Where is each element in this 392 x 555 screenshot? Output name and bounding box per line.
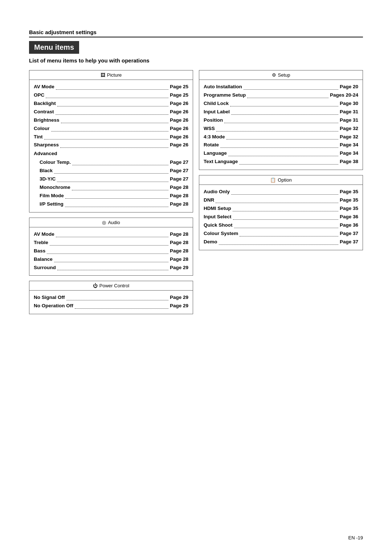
section-title-bar: Basic adjustment settings: [29, 29, 363, 37]
item-name: Demo: [204, 238, 217, 246]
item-name: Advanced: [34, 150, 57, 158]
dots: [230, 100, 338, 106]
item-page: Page 27: [170, 175, 188, 183]
list-item: OPCPage 25: [29, 91, 193, 100]
setup-icon: ⚙: [272, 72, 276, 78]
dots: [231, 188, 338, 195]
dots: [65, 192, 168, 199]
item-page: Page 36: [340, 213, 358, 221]
list-item: PositionPage 31: [199, 116, 363, 125]
item-page: Page 34: [340, 150, 358, 157]
power-icon: ⏻: [93, 283, 98, 288]
setup-box-header: ⚙ Setup: [199, 70, 363, 80]
option-rows: Audio OnlyPage 35DNRPage 35HDMI SetupPag…: [199, 188, 363, 246]
item-name: Colour Temp.: [40, 159, 71, 166]
dots: [50, 239, 168, 246]
item-name: OPC: [34, 92, 44, 99]
list-item: BalancePage 28: [29, 255, 193, 264]
menu-items-header: Menu items: [29, 41, 79, 54]
item-name: No Signal Off: [34, 294, 65, 301]
item-page: Page 36: [340, 222, 358, 229]
item-name: Colour: [34, 125, 50, 133]
item-name: Colour System: [204, 230, 238, 238]
item-page: Page 28: [170, 256, 188, 263]
item-page: Page 27: [170, 159, 188, 166]
dots: [216, 197, 338, 203]
list-item: WSSPage 32: [199, 125, 363, 133]
item-name: Input Select: [204, 213, 232, 221]
list-item: Colour Temp.Page 27: [29, 158, 193, 167]
item-page: Page 27: [170, 167, 188, 175]
item-page: Page 26: [170, 125, 188, 133]
dots: [240, 230, 338, 236]
item-page: Page 28: [170, 231, 188, 238]
dots: [228, 150, 338, 156]
list-item: MonochromePage 28: [29, 183, 193, 192]
item-page: Page 32: [340, 125, 358, 133]
dots: [226, 133, 338, 140]
dots: [72, 184, 168, 190]
list-item: 4:3 ModePage 32: [199, 133, 363, 141]
item-page: Page 29: [170, 264, 188, 272]
list-item: Advanced: [29, 149, 193, 158]
dots: [57, 264, 168, 271]
dots: [46, 92, 168, 98]
list-item: 3D-Y/CPage 27: [29, 175, 193, 183]
item-page: Page 38: [340, 158, 358, 166]
list-item: Audio OnlyPage 35: [199, 188, 363, 196]
picture-box-header: 🖼 Picture: [29, 70, 193, 80]
main-grid: 🖼 Picture AV ModePage 25OPCPage 25Backli…: [29, 70, 363, 314]
dots: [61, 117, 168, 123]
dots: [247, 92, 328, 98]
item-name: Backlight: [34, 100, 56, 108]
item-name: DNR: [204, 197, 214, 204]
dots: [72, 159, 168, 165]
list-item: Colour SystemPage 37: [199, 230, 363, 238]
list-item: SurroundPage 29: [29, 264, 193, 272]
page-footer: EN -19: [348, 535, 363, 540]
list-item: Quick ShootPage 36: [199, 221, 363, 230]
item-page: Page 26: [170, 100, 188, 108]
item-page: Page 25: [170, 92, 188, 99]
list-item: AV ModePage 28: [29, 230, 193, 239]
dots: [219, 238, 338, 245]
dots: [54, 167, 168, 174]
list-item: No Operation OffPage 29: [29, 302, 193, 310]
item-name: No Operation Off: [34, 302, 73, 310]
item-page: Page 28: [170, 247, 188, 255]
dots: [233, 205, 338, 211]
option-icon: 📋: [270, 177, 276, 183]
list-item: DemoPage 37: [199, 238, 363, 246]
item-name: Treble: [34, 239, 48, 247]
item-name: Language: [204, 150, 227, 157]
list-item: RotatePage 34: [199, 141, 363, 149]
item-name: Brightness: [34, 117, 60, 124]
option-label: Option: [278, 177, 291, 183]
left-column: 🖼 Picture AV ModePage 25OPCPage 25Backli…: [29, 70, 193, 314]
item-page: Page 29: [170, 302, 188, 310]
list-item: No Signal OffPage 29: [29, 293, 193, 302]
dots: [44, 133, 168, 140]
item-page: Page 35: [340, 205, 358, 212]
dots: [47, 247, 168, 254]
item-name: WSS: [204, 125, 215, 133]
dots: [57, 175, 168, 182]
dots: [231, 108, 338, 115]
item-name: Balance: [34, 256, 53, 263]
item-page: Page 29: [170, 294, 188, 301]
item-name: Black: [40, 167, 53, 175]
dots: [220, 141, 338, 148]
list-item: HDMI SetupPage 35: [199, 204, 363, 213]
list-item: DNRPage 35: [199, 196, 363, 204]
option-box: 📋 Option Audio OnlyPage 35DNRPage 35HDMI…: [199, 175, 363, 250]
item-page: Pages 20-24: [330, 92, 358, 99]
item-name: Bass: [34, 247, 45, 255]
item-name: Tint: [34, 133, 43, 141]
dots: [51, 125, 168, 131]
dots: [224, 117, 338, 123]
item-page: Page 35: [340, 197, 358, 204]
item-page: Page 28: [170, 192, 188, 200]
item-name: Surround: [34, 264, 56, 272]
item-name: 3D-Y/C: [40, 175, 56, 183]
dots: [239, 158, 338, 165]
